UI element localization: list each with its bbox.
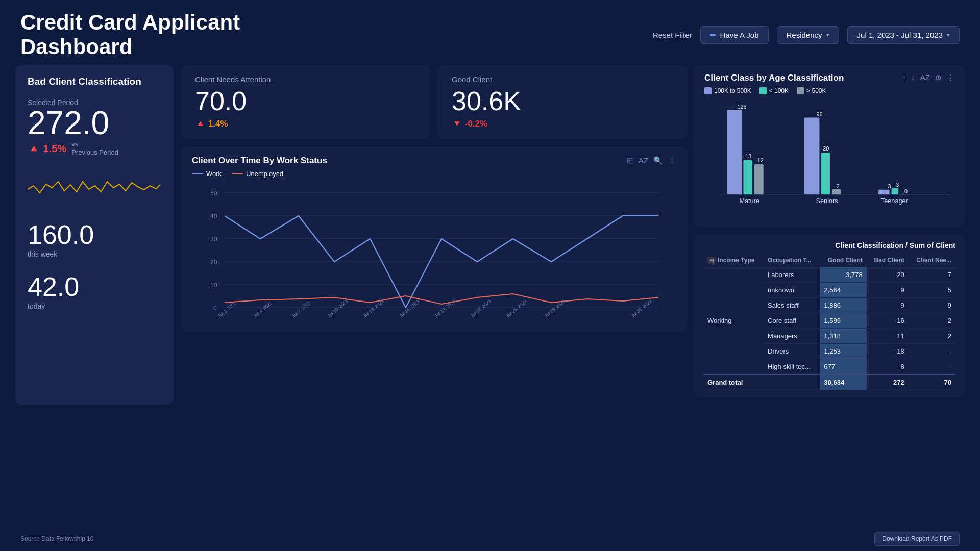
svg-text:Jul 19, 2023: Jul 19, 2023	[434, 298, 456, 318]
client-needs-attention-label: Client Needs Attention	[195, 75, 416, 84]
bar-chart-legend: 100K to 500K < 100K > 500K	[704, 87, 954, 94]
svg-text:Teenager: Teenager	[881, 197, 909, 205]
more-icon[interactable]: ⋮	[668, 156, 676, 165]
svg-text:2: 2	[837, 183, 840, 189]
az-icon[interactable]: AZ	[920, 73, 930, 82]
svg-rect-31	[804, 117, 819, 194]
chevron-down-icon: ▾	[947, 32, 950, 38]
grand-total-good: 30,634	[820, 374, 866, 390]
legend-unemployed-label: Unemployed	[246, 170, 283, 178]
col-header-good-client: Good Client	[820, 254, 866, 267]
download-pdf-button[interactable]: Download Report As PDF	[874, 532, 960, 546]
line-chart-title: Client Over Time By Work Status	[192, 156, 327, 166]
bad-unknown: 9	[867, 283, 909, 298]
week-value: 160.0	[28, 219, 161, 250]
svg-text:3: 3	[888, 183, 891, 189]
table-icon[interactable]: ⊞	[627, 156, 633, 165]
legend-100k-500k-color	[704, 87, 712, 94]
svg-text:30: 30	[210, 236, 217, 243]
classification-table: ⊟ Income Type Occupation T... Good Clien…	[703, 254, 955, 391]
date-range-label: Jul 1, 2023 - Jul 31, 2023	[857, 31, 943, 39]
good-core: 1,599	[820, 313, 866, 329]
svg-text:50: 50	[210, 190, 217, 197]
svg-text:96: 96	[816, 111, 822, 117]
have-a-job-filter[interactable]: Have A Job	[700, 26, 769, 44]
svg-rect-38	[878, 189, 890, 194]
svg-text:Jul 4, 2023: Jul 4, 2023	[253, 300, 273, 318]
line-chart-svg: 0 10 20 30 40 50 Jul 1, 2023 Jul 4,	[192, 178, 676, 320]
col-header-occupation: Occupation T...	[764, 254, 820, 267]
client-needs-attention-change: 🔺 1.4%	[195, 118, 416, 129]
svg-text:3: 3	[896, 181, 899, 187]
svg-rect-24	[727, 110, 742, 195]
page-title: Credit Card Applicant Dashboard	[20, 10, 240, 60]
legend-lt-100k: < 100K	[760, 87, 789, 94]
good-client-label: Good Client	[452, 75, 673, 84]
svg-text:Jul 25, 2023: Jul 25, 2023	[505, 298, 528, 318]
unemployed-line-color	[232, 173, 243, 174]
bar-chart-card: Client Class by Age Classification ↑ ↓ A…	[694, 65, 965, 227]
have-a-job-label: Have A Job	[720, 31, 759, 39]
svg-rect-28	[754, 164, 764, 194]
svg-rect-40	[892, 188, 899, 194]
vs-label: vsPrevious Period	[71, 140, 118, 158]
good-laborers: 3,778	[820, 267, 866, 283]
legend-work-label: Work	[206, 170, 222, 178]
zoom-icon[interactable]: ⊕	[935, 73, 942, 82]
legend-gt-500k: > 500K	[797, 87, 826, 94]
chevron-down-icon: ▾	[826, 32, 829, 38]
today-label: today	[28, 302, 161, 310]
col-header-income-type[interactable]: ⊟ Income Type	[703, 254, 764, 267]
legend-work: Work	[192, 170, 222, 178]
client-needs-attention-value: 70.0	[195, 86, 416, 116]
period-change-indicator: 🔺 1.5%	[28, 142, 66, 155]
legend-lt-100k-label: < 100K	[769, 87, 789, 94]
good-drivers: 1,253	[820, 344, 866, 359]
bad-managers: 11	[867, 329, 909, 344]
line-chart-toolbar: ⊞ AZ 🔍 ⋮	[627, 156, 676, 165]
legend-100k-500k: 100K to 500K	[704, 87, 751, 94]
sort-icon[interactable]: AZ	[639, 156, 648, 165]
grand-total-needs: 70	[909, 374, 955, 390]
bad-core: 16	[867, 313, 909, 329]
svg-text:Jul 1, 2023: Jul 1, 2023	[217, 300, 237, 318]
legend-unemployed: Unemployed	[232, 170, 283, 178]
bad-laborers: 20	[867, 267, 909, 283]
more-icon[interactable]: ⋮	[947, 73, 954, 82]
svg-rect-26	[743, 160, 752, 195]
legend-gt-500k-color	[797, 87, 804, 94]
needs-sales: 9	[909, 298, 955, 313]
grand-total-row: Grand total 30,634 272 70	[703, 374, 955, 390]
residency-label: Residency	[787, 31, 822, 39]
work-line-color	[192, 173, 203, 174]
residency-filter[interactable]: Residency ▾	[777, 26, 839, 44]
col-header-bad-client: Bad Client	[867, 254, 909, 267]
svg-text:12: 12	[757, 157, 764, 163]
bar-chart-title: Client Class by Age Classification	[704, 73, 844, 83]
bad-sales: 9	[867, 298, 909, 313]
needs-high-skill: -	[909, 359, 955, 375]
sort-up-icon[interactable]: ↑	[902, 73, 906, 82]
date-range-filter[interactable]: Jul 1, 2023 - Jul 31, 2023 ▾	[847, 26, 960, 44]
week-label: this week	[28, 250, 161, 258]
good-managers: 1,318	[820, 329, 866, 344]
sparkline-chart	[28, 166, 161, 207]
filter-indicator	[710, 34, 716, 36]
sort-down-icon[interactable]: ↓	[911, 73, 915, 82]
search-icon[interactable]: 🔍	[653, 156, 663, 165]
needs-drivers: -	[909, 344, 955, 359]
occupation-unknown: unknown	[764, 283, 820, 298]
svg-text:Mature: Mature	[739, 197, 760, 205]
occupation-sales: Sales staff	[764, 298, 820, 313]
good-client-change: 🔻 -0.2%	[452, 118, 673, 129]
needs-unknown: 5	[909, 283, 955, 298]
footer: Source Data Fellowship 10 Download Repor…	[0, 527, 980, 551]
table-row: Working Laborers 3,778 20 7	[703, 267, 955, 283]
needs-managers: 2	[909, 329, 955, 344]
svg-rect-35	[832, 189, 841, 194]
source-label: Source Data Fellowship 10	[20, 535, 93, 542]
data-table-card: Client Classification / Sum of Client ⊟ …	[694, 234, 965, 398]
bad-drivers: 18	[867, 344, 909, 359]
expand-icon[interactable]: ⊟	[707, 257, 716, 264]
svg-rect-33	[821, 153, 830, 194]
